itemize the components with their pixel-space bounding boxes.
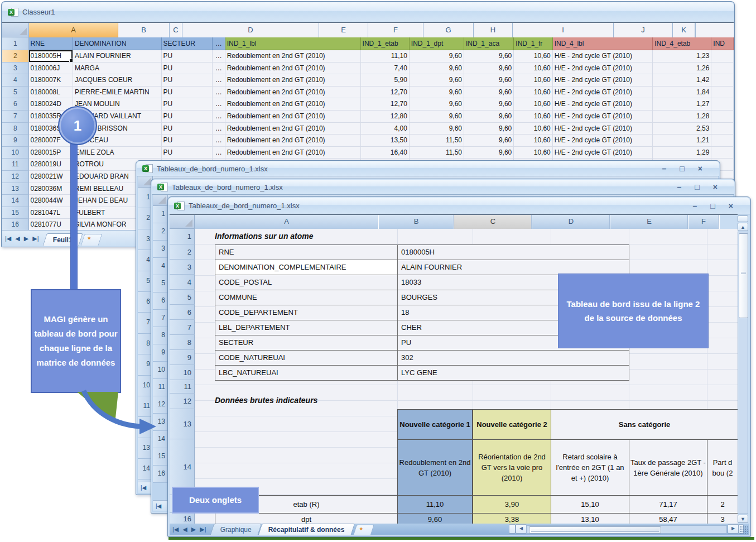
cell-secteur[interactable]: PU: [162, 50, 213, 63]
row-header[interactable]: 2: [153, 223, 168, 241]
row-header[interactable]: 6: [153, 292, 168, 310]
cell-ind1-lbl[interactable]: Redoublement en 2nd GT (2010): [225, 87, 361, 99]
indicator-header-3[interactable]: Retard scolaire à l'entrée en 2GT (1 an …: [551, 439, 629, 496]
row-header[interactable]: 14: [2, 195, 29, 207]
cell-ind1-fr[interactable]: 10,60: [514, 123, 552, 135]
header-dots[interactable]: …: [213, 37, 225, 50]
cell-ind1-dpt[interactable]: 11,50: [410, 135, 464, 147]
row-header[interactable]: 5: [170, 290, 195, 305]
cell-rne[interactable]: 0281047L: [29, 207, 73, 219]
row-header[interactable]: 5: [2, 87, 29, 99]
cell-extra[interactable]: [711, 135, 734, 147]
row-header[interactable]: 1: [153, 206, 168, 223]
scrollbar-thumb[interactable]: [739, 233, 748, 318]
row-header[interactable]: 9: [170, 350, 195, 365]
category-header-3[interactable]: Sans catégorie: [551, 409, 738, 440]
cell-ind1-dpt[interactable]: 9,60: [410, 63, 464, 75]
insert-sheet-tab[interactable]: *: [353, 525, 374, 535]
cell-ind1-etab[interactable]: 12,70: [361, 98, 410, 111]
cell-ind1-etab[interactable]: 7,40: [361, 63, 410, 75]
info-value[interactable]: 302: [397, 350, 629, 366]
cell-denomination[interactable]: JACQUES COEUR: [73, 74, 162, 87]
cell-extra[interactable]: [711, 87, 734, 99]
category-header-1[interactable]: Nouvelle catégorie 1: [397, 409, 473, 440]
cell-ind1-dpt[interactable]: 9,60: [410, 123, 464, 135]
cell-ind1-etab[interactable]: 11,10: [361, 50, 410, 63]
indicator-header-1[interactable]: Redoublement en 2nd GT (2010): [397, 439, 473, 496]
row-header[interactable]: 12: [170, 394, 195, 409]
cell-dots[interactable]: …: [213, 111, 225, 123]
cell-ind4-etab[interactable]: 2,53: [653, 123, 711, 135]
row-header[interactable]: 4: [170, 275, 195, 290]
row-header[interactable]: 15: [153, 448, 168, 466]
data-cell[interactable]: 2: [707, 495, 738, 514]
row-header[interactable]: 4: [2, 74, 29, 87]
column-header-L[interactable]: [695, 23, 696, 37]
horizontal-scrollbar[interactable]: [526, 525, 727, 534]
minimize-button[interactable]: –: [693, 202, 697, 210]
info-label[interactable]: LBL_DEPARTEMENT: [215, 320, 398, 335]
cell-extra[interactable]: [711, 123, 734, 135]
insert-sheet-tab[interactable]: *: [81, 234, 103, 246]
cell-denomination[interactable]: ALAIN FOURNIER: [73, 50, 162, 63]
cell-dots[interactable]: …: [213, 123, 225, 135]
cell-secteur[interactable]: PU: [162, 63, 213, 75]
maximize-button[interactable]: □: [710, 202, 715, 210]
header-ind1-fr[interactable]: IND_1_fr: [514, 37, 552, 50]
cell-rne[interactable]: 0180007K: [29, 74, 73, 87]
next-sheet-button[interactable]: ▶: [24, 235, 28, 242]
cell-ind1-aca[interactable]: 9,60: [464, 123, 514, 135]
cell-ind1-aca[interactable]: 9,60: [464, 111, 514, 123]
data-cell[interactable]: 3,90: [473, 495, 551, 514]
prev-sheet-button[interactable]: ◀: [15, 235, 20, 242]
scroll-right-icon[interactable]: ▶: [728, 524, 739, 534]
column-header-C[interactable]: C: [170, 23, 182, 37]
cell-secteur[interactable]: PU: [162, 147, 213, 159]
row-header[interactable]: 10: [170, 365, 195, 380]
info-label[interactable]: CODE_NATUREUAI: [215, 350, 398, 366]
row-header[interactable]: 12: [2, 171, 29, 183]
cell-ind1-etab[interactable]: 4,00: [361, 123, 410, 135]
row-header[interactable]: 3: [153, 241, 168, 258]
column-header-F[interactable]: F: [688, 215, 719, 229]
cell-ind1-aca[interactable]: 9,60: [464, 63, 514, 75]
info-label[interactable]: SECTEUR: [215, 335, 398, 351]
column-header-B[interactable]: B: [379, 215, 454, 229]
cell-ind1-aca[interactable]: 9,60: [464, 147, 514, 159]
cell-ind1-dpt[interactable]: 11,50: [410, 147, 464, 159]
cell-extra[interactable]: [711, 50, 734, 63]
column-header-A[interactable]: A: [195, 215, 379, 229]
cell-ind4-lbl[interactable]: H/E - 2nd cycle GT (2010): [553, 123, 653, 135]
row-header[interactable]: 13: [170, 409, 195, 439]
cell-ind1-aca[interactable]: 9,60: [464, 98, 514, 111]
cell-extra[interactable]: [711, 147, 734, 159]
cell-ind4-etab[interactable]: 1,23: [653, 50, 711, 63]
row-header[interactable]: 6: [170, 305, 195, 320]
maximize-button[interactable]: □: [680, 164, 684, 173]
cell-rne[interactable]: 0280021W: [29, 171, 73, 183]
window-titlebar[interactable]: X Tableaux_de_bord_numero_1.xlsx – □ ×: [152, 180, 734, 195]
next-sheet-button[interactable]: ▶: [191, 526, 196, 533]
first-sheet-button[interactable]: |◀: [5, 235, 11, 242]
info-label[interactable]: CODE_POSTAL: [215, 275, 398, 290]
cell-dots[interactable]: …: [213, 74, 225, 87]
cell-ind1-aca[interactable]: 9,60: [464, 87, 514, 99]
scroll-left-icon[interactable]: ◀: [516, 524, 527, 534]
h-scrollbar-split[interactable]: [509, 524, 516, 534]
cell-ind1-lbl[interactable]: Redoublement en 2nd GT (2010): [225, 147, 361, 159]
header-secteur[interactable]: SECTEUR: [162, 37, 213, 50]
row-header[interactable]: 10: [153, 362, 168, 379]
data-cell[interactable]: 15,10: [551, 495, 629, 514]
cell-dots[interactable]: …: [213, 50, 225, 63]
vertical-scrollbar[interactable]: [738, 232, 748, 514]
info-value[interactable]: 0180005H: [397, 244, 629, 260]
indicator-header-4[interactable]: Taux de passage 2GT - 1ère Générale (201…: [629, 439, 707, 496]
cell-extra[interactable]: [711, 98, 734, 111]
indicator-header-5[interactable]: Part d bou (2: [707, 439, 738, 496]
header-ind1-lbl[interactable]: IND_1_lbl: [225, 37, 361, 50]
cell-ind1-lbl[interactable]: Redoublement en 2nd GT (2010): [225, 98, 361, 111]
cell-ind1-lbl[interactable]: Redoublement en 2nd GT (2010): [225, 50, 361, 63]
header-ind1-dpt[interactable]: IND_1_dpt: [410, 37, 464, 50]
info-label[interactable]: COMMUNE: [215, 290, 398, 305]
cell-dots[interactable]: …: [213, 147, 225, 159]
